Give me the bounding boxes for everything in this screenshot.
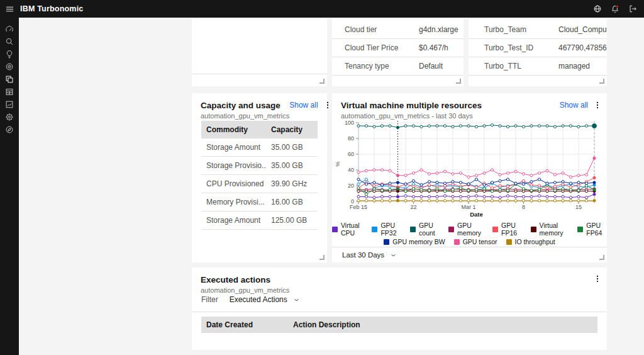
svg-text:100: 100 <box>345 120 354 126</box>
kv-label: Turbo_Test_ID <box>484 43 533 52</box>
resize-handle[interactable] <box>456 79 461 84</box>
search-icon[interactable] <box>4 37 14 47</box>
legend-swatch <box>448 227 454 232</box>
copy-icon[interactable] <box>4 74 14 84</box>
resize-handle[interactable] <box>599 79 604 84</box>
svg-text:20: 20 <box>348 183 354 189</box>
globe-icon[interactable] <box>592 4 602 14</box>
card-header: Capacity and usage automation_gpu_vm_met… <box>201 101 322 120</box>
grid-icon[interactable] <box>4 87 14 97</box>
show-all-link[interactable]: Show all <box>560 101 588 110</box>
filter-value: Executed Actions <box>230 295 287 304</box>
legend-item[interactable]: Virtual memory <box>531 222 569 237</box>
kv-value: Default <box>419 62 443 70</box>
overflow-menu-icon[interactable] <box>593 101 602 110</box>
table-row: CPU Provisioned 39.90 GHz <box>201 175 318 193</box>
legend-item[interactable]: GPU FP16 <box>492 222 522 237</box>
card-subtitle: automation_gpu_vm_metrics <box>201 286 289 294</box>
legend-swatch <box>531 227 536 232</box>
cloud-tier-card: Cloud tier g4dn.xlarge Cloud Tier Price … <box>332 19 464 86</box>
idea-icon[interactable] <box>4 49 14 59</box>
partial-card-blank <box>192 19 327 86</box>
legend-item[interactable]: GPU count <box>410 222 440 237</box>
show-all-link[interactable]: Show all <box>289 101 318 110</box>
overflow-menu-icon[interactable] <box>593 274 602 283</box>
time-range-dropdown[interactable]: Last 30 Days <box>332 247 607 262</box>
legend-item[interactable]: Virtual CPU <box>332 222 363 237</box>
svg-text:Mar 1: Mar 1 <box>461 204 475 210</box>
kv-value: $0.467/h <box>419 43 448 52</box>
legend-item[interactable]: GPU FP32 <box>372 222 401 237</box>
settings-icon[interactable] <box>4 112 14 122</box>
legend-item[interactable]: IO throughput <box>506 238 555 245</box>
compass-icon[interactable] <box>4 125 14 135</box>
legend-swatch <box>372 227 377 232</box>
kv-value: 467790,478565 <box>558 43 607 52</box>
table-row: Storage Amount 125.00 GB <box>201 211 318 230</box>
divider <box>192 312 607 312</box>
chart-legend: Virtual CPUGPU FP32GPU countGPU memoryGP… <box>332 222 607 245</box>
overflow-menu-icon[interactable] <box>323 101 332 110</box>
filter-label: Filter <box>201 295 218 304</box>
chevron-down-icon <box>293 296 300 303</box>
legend-swatch <box>454 239 460 245</box>
kv-label: Turbo_Team <box>484 25 526 34</box>
header-actions <box>592 4 644 14</box>
legend-swatch <box>410 227 416 232</box>
analytics-icon[interactable] <box>4 99 14 110</box>
capacity-table: Commodity Capacity Storage Amount 35.00 … <box>201 121 318 230</box>
column-header: Commodity <box>201 125 266 134</box>
resize-handle[interactable] <box>319 79 325 84</box>
resize-handle[interactable] <box>599 255 604 260</box>
legend-item[interactable]: GPU tensor <box>454 238 497 245</box>
capacity-usage-card: Capacity and usage automation_gpu_vm_met… <box>192 93 327 262</box>
menu-icon[interactable] <box>0 0 19 18</box>
card-header: Executed actions automation_gpu_vm_metri… <box>201 275 602 294</box>
column-header: Action Description <box>288 320 597 329</box>
executed-actions-table: Date Created Action Description <box>201 317 597 333</box>
vm-resources-card: Virtual machine multiple resources autom… <box>332 93 607 262</box>
kv-value: managed <box>558 62 590 70</box>
svg-text:80: 80 <box>348 135 354 142</box>
table-header-row: Date Created Action Description <box>201 317 597 333</box>
kv-row: Tenancy type Default <box>332 57 464 76</box>
kv-label: Cloud Tier Price <box>345 43 398 52</box>
svg-text:%: % <box>334 161 341 167</box>
card-subtitle: automation_gpu_vm_metrics <box>201 112 289 120</box>
left-nav <box>0 18 19 355</box>
svg-text:40: 40 <box>348 167 354 173</box>
kv-label: Tenancy type <box>345 62 389 70</box>
logout-icon[interactable] <box>628 4 638 14</box>
column-header: Date Created <box>201 320 288 329</box>
table-row: Storage Provisio... 35.00 GB <box>201 157 318 175</box>
kv-row: Cloud Tier Price $0.467/h <box>332 39 464 57</box>
executed-actions-card: Executed actions automation_gpu_vm_metri… <box>192 268 607 350</box>
meter-icon[interactable] <box>4 24 14 34</box>
vm-resources-chart[interactable]: 020406080100Feb 1522Mar 1815%Date <box>332 118 607 218</box>
turbo-tags-card: Turbo_Team Cloud_Compute_E Turbo_Test_ID… <box>469 19 607 86</box>
resize-handle[interactable] <box>319 255 325 260</box>
turbonomic-app: IBM Turbonomic Cloud tier g4dn.xlarge Cl… <box>0 0 644 355</box>
legend-swatch <box>332 227 338 232</box>
kv-label: Cloud tier <box>345 25 377 34</box>
column-header: Capacity <box>266 125 318 134</box>
legend-item[interactable]: GPU memory <box>448 222 484 237</box>
table-header-row: Commodity Capacity <box>201 121 318 138</box>
kv-row: Cloud tier g4dn.xlarge <box>332 21 464 39</box>
notifications-icon[interactable] <box>610 4 620 14</box>
legend-item[interactable]: GPU FP64 <box>577 222 607 237</box>
filter-dropdown[interactable]: Executed Actions <box>230 295 300 304</box>
legend-swatch <box>384 239 389 245</box>
svg-text:8: 8 <box>522 204 525 210</box>
card-header: Virtual machine multiple resources autom… <box>341 101 602 120</box>
legend-swatch <box>492 227 498 232</box>
chevron-down-icon <box>390 252 397 259</box>
table-row: Storage Amount 35.00 GB <box>201 138 318 157</box>
top-header: IBM Turbonomic <box>0 0 644 18</box>
legend-item[interactable]: GPU memory BW <box>384 238 445 245</box>
kv-row: Turbo_Test_ID 467790,478565 <box>469 39 607 57</box>
card-title: Executed actions <box>201 275 289 285</box>
target-icon[interactable] <box>4 62 14 72</box>
kv-value: g4dn.xlarge <box>419 25 458 34</box>
svg-text:60: 60 <box>348 151 354 157</box>
